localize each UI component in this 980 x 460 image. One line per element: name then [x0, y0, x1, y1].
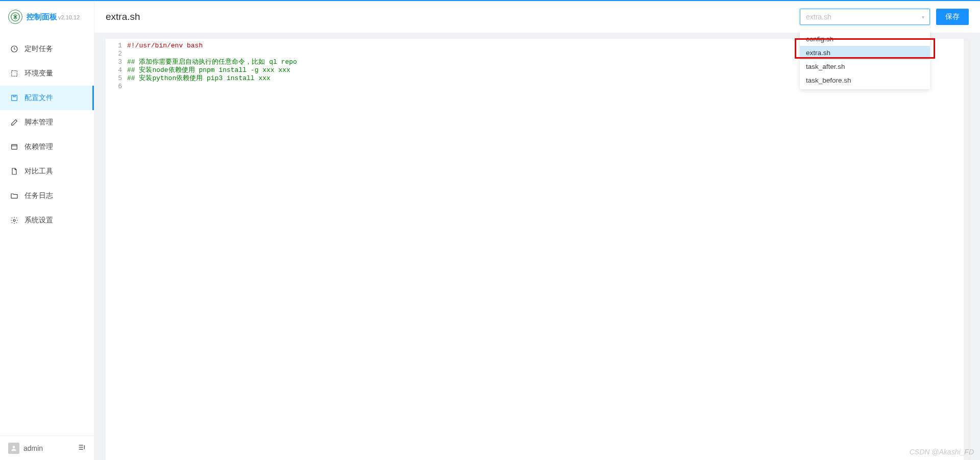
- file-select[interactable]: extra.sh ▾: [800, 9, 930, 25]
- scrollbar-vertical[interactable]: [964, 39, 971, 460]
- editor-lines[interactable]: #!/usr/bin/env bash ## 添加你需要重启自动执行的任意命令，…: [127, 42, 971, 460]
- user-info[interactable]: admin: [8, 443, 43, 454]
- file-box-icon: [10, 94, 18, 102]
- container-icon: [10, 143, 18, 151]
- code-editor[interactable]: 123456 #!/usr/bin/env bash ## 添加你需要重启自动执…: [106, 39, 971, 460]
- sidebar-item-label: 配置文件: [24, 93, 53, 103]
- avatar-icon: [8, 443, 19, 454]
- dropdown-option[interactable]: task_before.sh: [800, 73, 930, 87]
- brackets-icon: [10, 69, 18, 78]
- file-select-dropdown: config.shextra.shtask_after.shtask_befor…: [800, 30, 930, 89]
- sidebar-item-label: 脚本管理: [24, 118, 53, 127]
- sidebar-item-label: 任务日志: [24, 191, 53, 200]
- sidebar-item-file-box[interactable]: 配置文件: [0, 86, 94, 110]
- svg-rect-4: [12, 95, 17, 101]
- sidebar: 控制面板v2.10.12 定时任务环境变量配置文件脚本管理依赖管理对比工具任务日…: [0, 1, 94, 460]
- file-select-value: extra.sh: [806, 13, 831, 21]
- username: admin: [23, 444, 43, 452]
- collapse-icon[interactable]: [78, 443, 86, 453]
- svg-rect-3: [12, 71, 17, 76]
- clock-icon: [10, 45, 18, 53]
- svg-point-7: [13, 446, 15, 448]
- sidebar-item-label: 依赖管理: [24, 142, 53, 151]
- sidebar-item-gear[interactable]: 系统设置: [0, 208, 94, 233]
- editor-container: 123456 #!/usr/bin/env bash ## 添加你需要重启自动执…: [106, 39, 971, 460]
- logo-area: 控制面板v2.10.12: [0, 1, 94, 33]
- page-title: extra.sh: [106, 11, 140, 22]
- svg-point-6: [13, 219, 15, 221]
- svg-point-1: [14, 16, 16, 17]
- sidebar-item-container[interactable]: 依赖管理: [0, 135, 94, 159]
- sidebar-footer: admin: [0, 436, 94, 460]
- app-title: 控制面板: [27, 12, 57, 21]
- sidebar-item-label: 系统设置: [24, 216, 53, 225]
- sidebar-item-label: 环境变量: [24, 69, 53, 78]
- sidebar-item-label: 对比工具: [24, 167, 53, 176]
- dropdown-option[interactable]: extra.sh: [800, 46, 930, 60]
- app-version: v2.10.12: [58, 14, 80, 20]
- main-area: extra.sh extra.sh ▾ config.shextra.shtas…: [94, 1, 980, 460]
- sidebar-item-folder[interactable]: 任务日志: [0, 184, 94, 208]
- sidebar-item-label: 定时任务: [24, 44, 53, 54]
- save-button[interactable]: 保存: [936, 9, 969, 25]
- dropdown-option[interactable]: config.sh: [800, 32, 930, 46]
- sidebar-item-edit[interactable]: 脚本管理: [0, 110, 94, 135]
- header: extra.sh extra.sh ▾ config.shextra.shtas…: [94, 1, 980, 33]
- gear-icon: [10, 216, 18, 224]
- sidebar-item-file[interactable]: 对比工具: [0, 159, 94, 184]
- dropdown-option[interactable]: task_after.sh: [800, 60, 930, 73]
- app-logo-icon: [8, 10, 22, 24]
- header-actions: extra.sh ▾ config.shextra.shtask_after.s…: [800, 9, 969, 25]
- chevron-down-icon: ▾: [922, 14, 924, 20]
- sidebar-item-brackets[interactable]: 环境变量: [0, 61, 94, 86]
- svg-rect-5: [12, 144, 17, 149]
- editor-gutter: 123456: [106, 42, 127, 460]
- edit-icon: [10, 118, 18, 126]
- nav-menu: 定时任务环境变量配置文件脚本管理依赖管理对比工具任务日志系统设置: [0, 33, 94, 436]
- file-icon: [10, 167, 18, 175]
- sidebar-item-clock[interactable]: 定时任务: [0, 37, 94, 61]
- folder-icon: [10, 192, 18, 200]
